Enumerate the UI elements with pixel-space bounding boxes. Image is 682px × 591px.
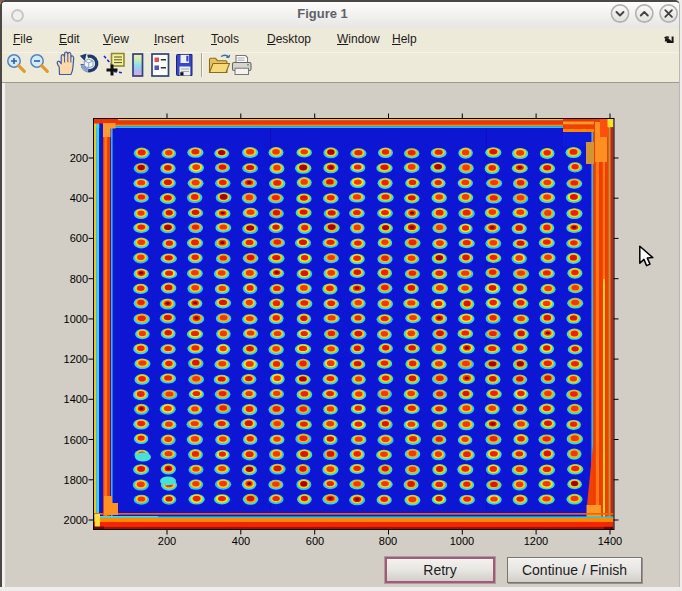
- svg-text:2000: 2000: [64, 514, 88, 526]
- svg-text:600: 600: [70, 232, 88, 244]
- svg-text:200: 200: [158, 535, 176, 547]
- svg-text:1400: 1400: [598, 535, 622, 547]
- svg-text:1200: 1200: [524, 535, 548, 547]
- svg-text:200: 200: [70, 152, 88, 164]
- svg-text:1200: 1200: [64, 353, 88, 365]
- svg-text:400: 400: [232, 535, 250, 547]
- svg-text:800: 800: [379, 535, 397, 547]
- svg-text:600: 600: [306, 535, 324, 547]
- svg-text:400: 400: [70, 192, 88, 204]
- svg-text:800: 800: [70, 273, 88, 285]
- svg-text:1600: 1600: [64, 434, 88, 446]
- svg-text:1000: 1000: [450, 535, 474, 547]
- svg-text:1400: 1400: [64, 393, 88, 405]
- svg-text:1800: 1800: [64, 474, 88, 486]
- svg-text:1000: 1000: [64, 313, 88, 325]
